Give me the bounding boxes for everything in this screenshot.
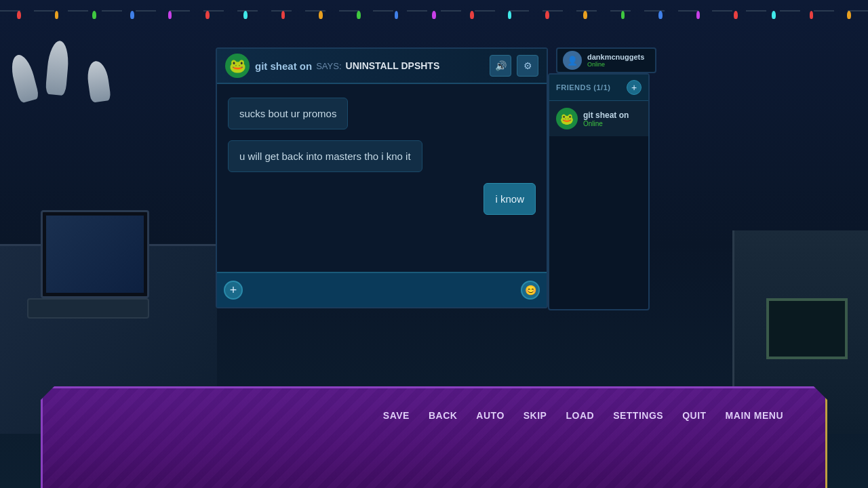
light-bulb [508, 11, 512, 19]
friend-status: Online [583, 120, 642, 127]
friends-header: FRIENDS (1/1) + [549, 75, 648, 101]
chat-speaker-name: git sheat on [255, 60, 312, 72]
chat-controls: 🔊 ⚙ [490, 55, 538, 77]
light-bulb [168, 11, 172, 19]
volume-button[interactable]: 🔊 [490, 55, 511, 77]
load-button[interactable]: LOAD [564, 407, 595, 424]
user-avatar-icon: 👤 [567, 56, 578, 66]
light-bulb [658, 11, 663, 19]
bg-picture-frame [766, 298, 848, 359]
light-bulb [734, 11, 738, 19]
save-button[interactable]: SAVE [382, 407, 411, 424]
friend-name: git sheat on [583, 110, 642, 120]
light-bulb [130, 11, 134, 19]
light-bulb [545, 11, 549, 19]
friends-add-button[interactable]: + [627, 80, 642, 95]
friends-panel: FRIENDS (1/1) + 🐸 git sheat on Online [548, 73, 650, 310]
chat-current-message: UNINSTALL DPSHTS [346, 60, 440, 71]
light-bulb [432, 11, 436, 19]
quit-button[interactable]: QUIT [681, 407, 707, 424]
add-icon: + [230, 283, 237, 298]
chat-add-button[interactable]: + [224, 281, 243, 300]
friend-list-item[interactable]: 🐸 git sheat on Online [549, 101, 648, 136]
friends-title: FRIENDS (1/1) [556, 83, 610, 92]
light-bulb [205, 11, 210, 19]
light-bulb [357, 11, 361, 19]
settings-button[interactable]: ⚙ [517, 55, 538, 77]
light-bulb [621, 11, 625, 19]
light-bulb [243, 11, 248, 19]
username: dankmcnuggets [587, 53, 644, 61]
message-bubble-2: u will get back into masters tho i kno i… [228, 140, 422, 172]
friend-avatar: 🐸 [556, 108, 578, 129]
bg-keyboard [27, 298, 149, 319]
emoji-button[interactable]: 😊 [521, 281, 540, 300]
light-bulb [810, 11, 814, 19]
user-status: Online [587, 61, 644, 68]
message-bubble-1: sucks bout ur promos [228, 98, 348, 129]
auto-button[interactable]: AUTO [475, 407, 505, 424]
light-bulb [17, 11, 21, 19]
chat-input-area: + 😊 [217, 272, 547, 307]
speaker-avatar-icon: 🐸 [229, 58, 246, 74]
main-menu-button[interactable]: MAIN MENU [724, 407, 785, 424]
friend-info: git sheat on Online [583, 110, 642, 127]
bg-rocket-1 [7, 52, 39, 103]
light-bulb [696, 11, 701, 19]
chat-messages-area: sucks bout ur promos u will get back int… [217, 84, 547, 272]
friend-avatar-icon: 🐸 [560, 113, 574, 125]
light-bulb [395, 11, 399, 19]
bg-rocket-3 [85, 60, 111, 103]
string-lights [0, 0, 868, 41]
volume-icon: 🔊 [495, 60, 507, 71]
light-bulb [772, 11, 776, 19]
bg-rocket-2 [45, 40, 71, 96]
message-bubble-3: i know [484, 183, 536, 215]
light-bulb [319, 11, 323, 19]
friends-add-icon: + [631, 82, 637, 93]
user-details: dankmcnuggets Online [587, 53, 644, 68]
message-row-3: i know [228, 183, 536, 215]
chat-header: 🐸 git sheat on SAYS: UNINSTALL DPSHTS 🔊 … [217, 49, 547, 84]
message-row-1: sucks bout ur promos [228, 98, 536, 129]
settings-icon: ⚙ [524, 60, 532, 71]
light-bulb [583, 11, 587, 19]
skip-button[interactable]: SKIP [522, 407, 549, 424]
toolbar-buttons: SAVE BACK AUTO SKIP LOAD SETTINGS QUIT M… [382, 407, 785, 424]
user-avatar: 👤 [563, 51, 582, 70]
back-button[interactable]: BACK [427, 407, 458, 424]
light-bulb [847, 11, 851, 19]
bg-monitor-screen [46, 216, 144, 293]
bottom-toolbar: SAVE BACK AUTO SKIP LOAD SETTINGS QUIT M… [41, 386, 827, 488]
message-row-2: u will get back into masters tho i kno i… [228, 140, 536, 172]
light-bulb [281, 11, 285, 19]
light-bulb [470, 11, 474, 19]
chat-says-label: SAYS: [316, 61, 341, 71]
chat-speaker-avatar: 🐸 [225, 54, 250, 78]
emoji-icon: 😊 [525, 285, 536, 296]
user-info-panel: 👤 dankmcnuggets Online [556, 47, 656, 73]
settings-toolbar-button[interactable]: SETTINGS [612, 407, 665, 424]
bg-monitor [41, 210, 149, 298]
chat-text-input[interactable] [248, 285, 515, 296]
chat-window: 🐸 git sheat on SAYS: UNINSTALL DPSHTS 🔊 … [216, 47, 548, 308]
light-bulb [92, 11, 96, 19]
light-bulb [55, 11, 59, 19]
